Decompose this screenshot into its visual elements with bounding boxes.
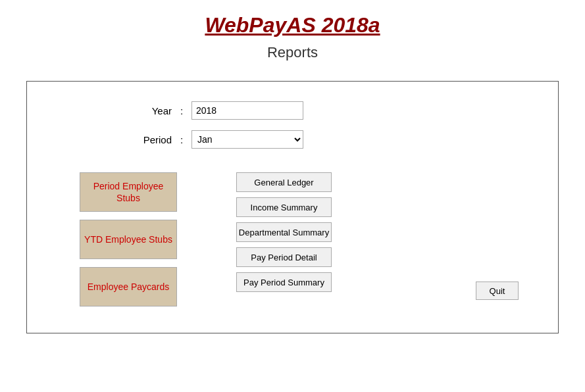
year-input[interactable] [191,101,303,120]
pay-period-summary-button[interactable]: Pay Period Summary [236,272,332,292]
page-header: WebPayAS 2018a Reports [0,0,585,81]
departmental-summary-button[interactable]: Departmental Summary [236,222,332,242]
income-summary-button[interactable]: Income Summary [236,197,332,217]
quit-button[interactable]: Quit [476,282,519,300]
right-buttons-group: General Ledger Income Summary Department… [236,172,332,306]
buttons-wrapper: Period Employee Stubs YTD Employee Stubs… [53,159,532,306]
period-row: Period : Jan Feb Mar Apr May Jun Jul Aug… [119,130,532,149]
year-row: Year : [119,101,532,120]
year-label: Year [119,105,172,116]
period-select[interactable]: Jan Feb Mar Apr May Jun Jul Aug Sep Oct … [191,130,303,149]
employee-paycards-button[interactable]: Employee Paycards [80,267,177,306]
buttons-area: Period Employee Stubs YTD Employee Stubs… [53,172,476,306]
ytd-employee-stubs-button[interactable]: YTD Employee Stubs [80,220,177,259]
main-container: Year : Period : Jan Feb Mar Apr May Jun … [26,81,559,333]
pay-period-detail-button[interactable]: Pay Period Detail [236,247,332,267]
left-buttons-group: Period Employee Stubs YTD Employee Stubs… [80,172,177,306]
year-colon: : [172,105,191,116]
period-employee-stubs-button[interactable]: Period Employee Stubs [80,172,177,212]
general-ledger-button[interactable]: General Ledger [236,172,332,192]
quit-area: Quit [476,159,519,306]
app-title: WebPayAS 2018a [0,13,585,37]
page-subtitle: Reports [0,44,585,61]
period-colon: : [172,134,191,145]
period-label: Period [119,134,172,145]
